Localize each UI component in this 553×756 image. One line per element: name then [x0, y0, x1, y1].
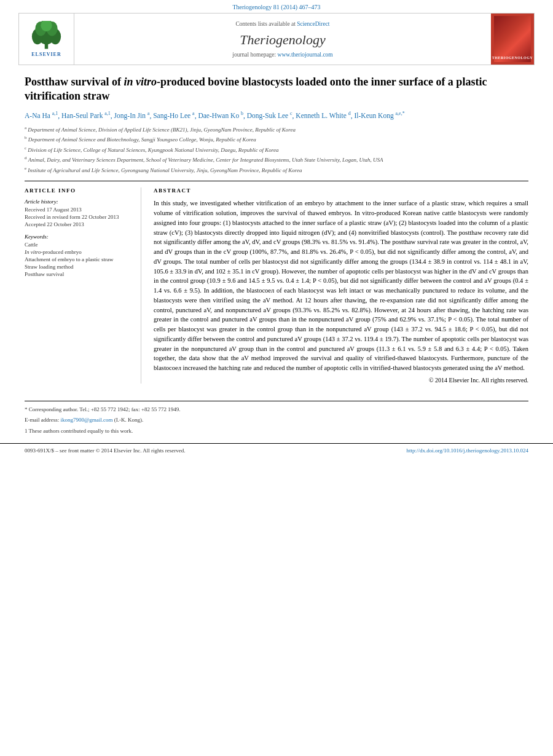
journal-citation: Theriogenology 81 (2014) 467–473	[0, 0, 553, 13]
affiliations: a Department of Animal Science, Division…	[25, 125, 528, 175]
elsevier-wordmark: ELSEVIER	[31, 52, 61, 57]
equal-contribution: 1 These authors contributed equally to t…	[25, 427, 528, 435]
copyright: © 2014 Elsevier Inc. All rights reserved…	[154, 377, 528, 384]
footer: * Corresponding author. Tel.; +82 55 772…	[0, 405, 553, 443]
abstract-column: ABSTRACT In this study, we investigated …	[154, 187, 528, 384]
doi-link[interactable]: http://dx.doi.org/10.1016/j.theriogenolo…	[407, 447, 529, 454]
keyword-postthaw: Postthaw survival	[25, 271, 132, 277]
journal-title: Theriogenology	[240, 32, 325, 48]
keyword-straw-loading: Straw loading method	[25, 264, 132, 270]
contents-available: Contents lists available at ScienceDirec…	[235, 21, 329, 27]
authors-list: A-Na Ha a,1, Han-Seul Park a,1, Jong-In …	[25, 110, 528, 121]
accepted-date: Accepted 22 October 2013	[25, 221, 132, 227]
elsevier-logo-area: ELSEVIER	[19, 14, 74, 65]
footer-divider	[25, 401, 528, 401]
corresponding-note: * Corresponding author. Tel.; +82 55 772…	[25, 405, 528, 414]
journal-header-center: Contents lists available at ScienceDirec…	[74, 14, 491, 65]
email-note: E-mail address: ikong7900@gmail.com (I.-…	[25, 415, 528, 424]
article-history-label: Article history:	[25, 199, 132, 205]
doi-line: http://dx.doi.org/10.1016/j.theriogenolo…	[407, 447, 529, 454]
elsevier-logo: ELSEVIER	[29, 21, 63, 57]
abstract-heading: ABSTRACT	[154, 187, 528, 194]
abstract-text: In this study, we investigated whether v…	[154, 199, 528, 373]
journal-header: ELSEVIER Contents lists available at Sci…	[18, 13, 535, 65]
sciencedirect-link[interactable]: ScienceDirect	[297, 21, 329, 27]
article-title: Postthaw survival of in vitro-produced b…	[25, 75, 528, 104]
received-date: Received 17 August 2013	[25, 207, 132, 213]
journal-cover: THERIOGENOLOGY	[494, 16, 531, 62]
bottom-bar: 0093-691X/$ – see front matter © 2014 El…	[0, 443, 553, 457]
article-info-heading: ARTICLE INFO	[25, 187, 132, 194]
author-email[interactable]: ikong7900@gmail.com	[60, 417, 112, 423]
keywords-label: Keywords:	[25, 234, 132, 240]
journal-cover-text: THERIOGENOLOGY	[492, 56, 533, 60]
keyword-attachment: Attachment of embryo to a plastic straw	[25, 256, 132, 262]
homepage-url[interactable]: www.theriojournal.com	[278, 52, 333, 58]
keyword-cattle: Cattle	[25, 242, 132, 248]
elsevier-tree-icon	[29, 21, 63, 52]
main-content: Postthaw survival of in vitro-produced b…	[0, 65, 553, 393]
article-body: ARTICLE INFO Article history: Received 1…	[25, 187, 528, 384]
journal-cover-image: THERIOGENOLOGY	[491, 14, 534, 65]
keyword-in-vitro: In vitro-produced embryo	[25, 249, 132, 255]
journal-homepage: journal homepage: www.theriojournal.com	[232, 52, 332, 58]
article-info-column: ARTICLE INFO Article history: Received 1…	[25, 187, 141, 384]
header-divider	[25, 181, 528, 181]
issn-line: 0093-691X/$ – see front matter © 2014 El…	[25, 447, 186, 454]
revised-date: Received in revised form 22 October 2013	[25, 214, 132, 220]
